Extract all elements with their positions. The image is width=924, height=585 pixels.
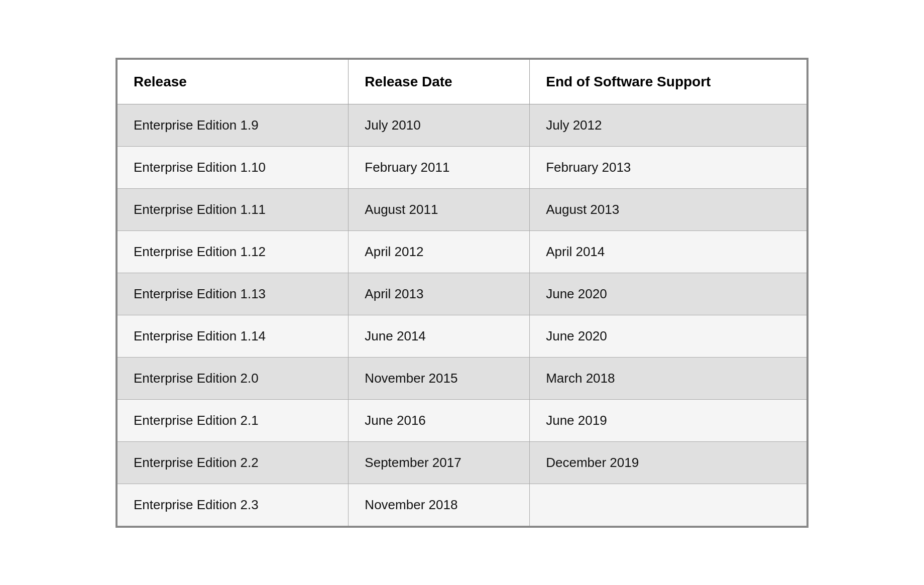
table-row: Enterprise Edition 1.12April 2012April 2… [117,230,807,273]
cell-releaseDate: February 2011 [349,146,530,188]
cell-releaseDate: April 2013 [349,273,530,315]
cell-release: Enterprise Edition 1.10 [117,146,349,188]
cell-endOfSupport: February 2013 [530,146,807,188]
cell-releaseDate: November 2015 [349,357,530,399]
table-row: Enterprise Edition 2.2September 2017Dece… [117,441,807,484]
support-table-container: Release Release Date End of Software Sup… [116,58,808,528]
cell-releaseDate: August 2011 [349,188,530,230]
cell-endOfSupport: June 2020 [530,315,807,357]
cell-release: Enterprise Edition 1.11 [117,188,349,230]
table-row: Enterprise Edition 1.14June 2014June 202… [117,315,807,357]
table-row: Enterprise Edition 1.13April 2013June 20… [117,273,807,315]
cell-releaseDate: June 2014 [349,315,530,357]
cell-release: Enterprise Edition 2.0 [117,357,349,399]
table-row: Enterprise Edition 2.0November 2015March… [117,357,807,399]
cell-releaseDate: April 2012 [349,230,530,273]
cell-releaseDate: July 2010 [349,104,530,146]
cell-release: Enterprise Edition 2.1 [117,399,349,441]
cell-endOfSupport: June 2019 [530,399,807,441]
cell-release: Enterprise Edition 2.3 [117,484,349,526]
header-release: Release [117,59,349,104]
cell-release: Enterprise Edition 1.13 [117,273,349,315]
cell-endOfSupport: April 2014 [530,230,807,273]
table-header-row: Release Release Date End of Software Sup… [117,59,807,104]
cell-release: Enterprise Edition 1.12 [117,230,349,273]
table-row: Enterprise Edition 2.3November 2018 [117,484,807,526]
table-row: Enterprise Edition 1.11August 2011August… [117,188,807,230]
cell-release: Enterprise Edition 1.9 [117,104,349,146]
cell-endOfSupport: June 2020 [530,273,807,315]
cell-endOfSupport: December 2019 [530,441,807,484]
cell-release: Enterprise Edition 1.14 [117,315,349,357]
table-row: Enterprise Edition 1.9July 2010July 2012 [117,104,807,146]
cell-endOfSupport: July 2012 [530,104,807,146]
header-release-date: Release Date [349,59,530,104]
cell-endOfSupport: August 2013 [530,188,807,230]
table-row: Enterprise Edition 1.10February 2011Febr… [117,146,807,188]
header-end-of-support: End of Software Support [530,59,807,104]
table-row: Enterprise Edition 2.1June 2016June 2019 [117,399,807,441]
support-table: Release Release Date End of Software Sup… [117,59,807,527]
cell-releaseDate: September 2017 [349,441,530,484]
cell-releaseDate: November 2018 [349,484,530,526]
cell-endOfSupport [530,484,807,526]
cell-endOfSupport: March 2018 [530,357,807,399]
cell-releaseDate: June 2016 [349,399,530,441]
cell-release: Enterprise Edition 2.2 [117,441,349,484]
